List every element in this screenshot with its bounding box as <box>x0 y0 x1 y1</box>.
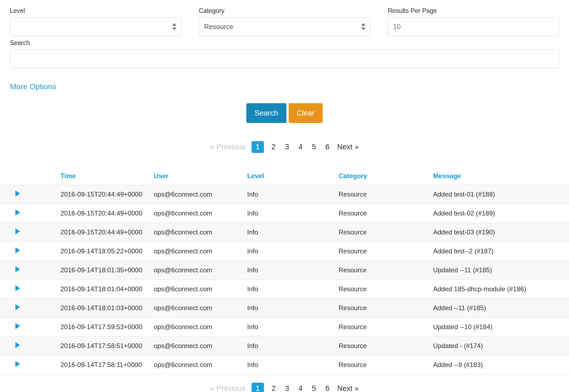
expand-row-icon[interactable] <box>15 361 20 367</box>
pagination-previous[interactable]: «Previous <box>210 384 246 392</box>
results-per-page-input[interactable] <box>388 17 559 36</box>
previous-arrow-icon: « <box>210 143 214 151</box>
category-label: Category <box>199 7 370 15</box>
cell-time: 2016-09-14T18:01:03+0000 <box>60 299 154 318</box>
results-per-page-label: Results Per Page <box>388 7 559 15</box>
expand-row-icon[interactable] <box>15 266 20 272</box>
header-level[interactable]: Level <box>247 168 339 185</box>
cell-level: Info <box>247 204 339 223</box>
clear-button[interactable]: Clear <box>289 103 323 123</box>
level-label: Level <box>10 7 181 15</box>
cell-level: Info <box>247 299 339 318</box>
search-button[interactable]: Search <box>246 103 286 123</box>
expand-row-icon[interactable] <box>15 323 20 329</box>
pagination-page-3[interactable]: 3 <box>283 141 291 153</box>
expand-row-icon[interactable] <box>15 247 20 253</box>
category-filter: Category Resource <box>199 7 370 36</box>
previous-arrow-icon: « <box>210 384 214 392</box>
table-row: 2016-09-14T18:05:22+0000 ops@6connect.co… <box>0 242 569 261</box>
pagination-page-5[interactable]: 5 <box>310 383 318 392</box>
filter-row: Level Category Resource Resul <box>10 7 559 36</box>
more-options-link[interactable]: More Options <box>10 82 56 91</box>
cell-message: Updated - (#174) <box>433 337 569 355</box>
cell-user: ops@6connect.com <box>154 299 247 318</box>
cell-user: ops@6connect.com <box>154 242 247 261</box>
expand-row-icon[interactable] <box>15 191 20 197</box>
header-expand <box>0 168 60 185</box>
pagination-top: «Previous 1 2 3 4 5 6 Next» <box>0 141 569 153</box>
cell-message: Added test-03 (#190) <box>433 223 569 242</box>
table-row: 2016-09-15T20:44:49+0000 ops@6connect.co… <box>0 204 569 223</box>
cell-user: ops@6connect.com <box>154 204 247 223</box>
header-category[interactable]: Category <box>339 168 433 185</box>
table-row: 2016-09-14T17:58:11+0000 ops@6connect.co… <box>0 355 569 374</box>
cell-user: ops@6connect.com <box>154 337 247 355</box>
cell-user: ops@6connect.com <box>154 185 247 204</box>
pagination-page-4[interactable]: 4 <box>297 383 304 392</box>
header-message[interactable]: Message <box>433 168 569 185</box>
action-buttons: Search Clear <box>0 103 569 123</box>
cell-message: Added --11 (#185) <box>433 299 569 318</box>
cell-category: Resource <box>339 318 433 337</box>
header-user[interactable]: User <box>154 168 247 185</box>
cell-category: Resource <box>339 223 433 242</box>
table-row: 2016-09-14T18:01:04+0000 ops@6connect.co… <box>0 280 569 299</box>
table-header-row: Time User Level Category Message <box>0 168 569 185</box>
cell-message: Added test-02 (#189) <box>433 204 569 223</box>
table-row: 2016-09-14T18:01:35+0000 ops@6connect.co… <box>0 261 569 280</box>
cell-category: Resource <box>339 204 433 223</box>
cell-message: Updated --10 (#184) <box>433 318 569 337</box>
pagination-page-6[interactable]: 6 <box>324 383 331 392</box>
previous-label: Previous <box>217 143 246 151</box>
cell-category: Resource <box>339 185 433 204</box>
expand-row-icon[interactable] <box>15 304 20 310</box>
pagination-next[interactable]: Next» <box>337 143 359 151</box>
table-row: 2016-09-15T20:44:49+0000 ops@6connect.co… <box>0 185 569 204</box>
cell-category: Resource <box>339 261 433 280</box>
cell-level: Info <box>247 185 339 204</box>
pagination-page-2[interactable]: 2 <box>270 141 277 153</box>
cell-message: Updated --11 (#185) <box>433 261 569 280</box>
search-filter: Search <box>10 39 559 68</box>
category-select-value: Resource <box>204 23 233 31</box>
cell-level: Info <box>247 280 339 299</box>
pagination-page-5[interactable]: 5 <box>310 141 318 153</box>
cell-time: 2016-09-14T17:58:51+0000 <box>60 337 154 355</box>
category-select[interactable]: Resource <box>199 17 370 36</box>
log-page: Level Category Resource Resul <box>0 0 569 392</box>
level-select[interactable] <box>10 17 181 36</box>
cell-time: 2016-09-14T18:05:22+0000 <box>60 242 154 261</box>
table-row: 2016-09-14T17:59:53+0000 ops@6connect.co… <box>0 318 569 337</box>
pagination-page-3[interactable]: 3 <box>283 383 291 392</box>
header-time[interactable]: Time <box>60 168 154 185</box>
pagination-page-2[interactable]: 2 <box>270 383 277 392</box>
pagination-page-6[interactable]: 6 <box>324 141 331 153</box>
select-stepper-icon <box>361 23 366 30</box>
expand-row-icon[interactable] <box>15 209 20 215</box>
next-arrow-icon: » <box>355 143 359 151</box>
next-arrow-icon: » <box>355 384 359 392</box>
cell-time: 2016-09-14T17:59:53+0000 <box>60 318 154 337</box>
results-per-page-filter: Results Per Page <box>388 7 559 36</box>
pagination-page-4[interactable]: 4 <box>297 141 304 153</box>
search-input[interactable] <box>10 49 559 68</box>
expand-row-icon[interactable] <box>15 285 20 291</box>
pagination-previous[interactable]: «Previous <box>210 143 246 151</box>
cell-level: Info <box>247 337 339 355</box>
cell-message: Added test-01 (#188) <box>433 185 569 204</box>
next-label: Next <box>337 384 353 392</box>
cell-level: Info <box>247 261 339 280</box>
cell-time: 2016-09-14T18:01:04+0000 <box>60 280 154 299</box>
cell-category: Resource <box>339 242 433 261</box>
cell-user: ops@6connect.com <box>154 355 247 374</box>
expand-row-icon[interactable] <box>15 228 20 234</box>
cell-time: 2016-09-15T20:44:49+0000 <box>60 185 154 204</box>
pagination-page-1[interactable]: 1 <box>252 141 264 153</box>
pagination-next[interactable]: Next» <box>337 384 359 392</box>
cell-time: 2016-09-14T18:01:35+0000 <box>60 261 154 280</box>
pagination-page-1[interactable]: 1 <box>252 383 264 392</box>
cell-category: Resource <box>339 355 433 374</box>
cell-message: Added test--2 (#187) <box>433 242 569 261</box>
expand-row-icon[interactable] <box>15 342 20 348</box>
cell-user: ops@6connect.com <box>154 318 247 337</box>
